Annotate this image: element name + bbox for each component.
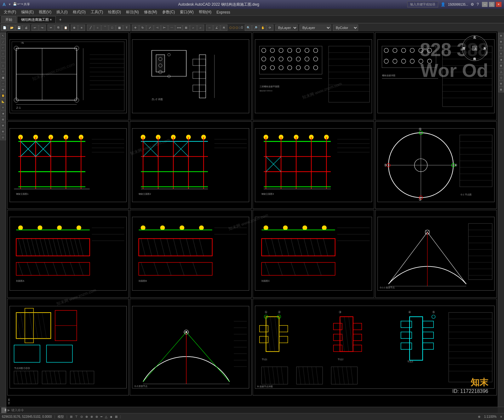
menu-dimension[interactable]: 标注(N) [123, 9, 141, 15]
menu-parametric[interactable]: 参数(C) [160, 9, 178, 15]
tb-dim-angle[interactable]: ∠ [213, 25, 220, 31]
tab-start[interactable]: 开始 [1, 16, 16, 23]
tb-scale[interactable]: ⤢ [146, 25, 153, 31]
tb-copy[interactable]: ⧉ [55, 25, 62, 31]
tb-pan[interactable]: ✋ [259, 25, 266, 31]
tb-polyline[interactable]: ╱ [87, 25, 94, 31]
menu-insert[interactable]: 插入(I) [54, 9, 70, 15]
tb-paste[interactable]: 📋 [62, 25, 69, 31]
drawing-cell-14[interactable]: G-3 拱形节点 [130, 299, 251, 396]
tb-move[interactable]: ✛ [132, 25, 139, 31]
qp-mode[interactable]: ◈ [110, 415, 112, 418]
tool-rect[interactable]: □ [0, 63, 6, 68]
tool-match[interactable]: ⊙ [0, 135, 6, 140]
dynmode[interactable]: ⊛ [95, 415, 98, 418]
tb-circle[interactable]: ○ [94, 25, 101, 31]
quick-save[interactable]: 💾 [13, 2, 17, 7]
tool-layer2[interactable]: ◈ [0, 111, 6, 116]
menu-window[interactable]: 窗口(W) [177, 9, 196, 15]
rtool-9[interactable]: ⊛ [498, 81, 504, 86]
tb-extend[interactable]: ⊢ [161, 25, 168, 31]
bylayer-dropdown-1[interactable]: ByLayer [275, 25, 298, 31]
drawing-cell-9[interactable]: 剖面图A [7, 210, 129, 298]
snap-grid[interactable]: ⊞ [70, 415, 72, 418]
tb-dim-radius[interactable]: R [220, 25, 227, 31]
zoom-gear[interactable]: ⊕ [478, 415, 480, 418]
minimize-button[interactable]: － [482, 2, 488, 7]
tb-array[interactable]: ⊞ [183, 25, 190, 31]
tab-drawing[interactable]: 钢结构连廊施工图 × [17, 16, 56, 23]
tb-chamfer[interactable]: ⌐ [197, 25, 204, 31]
tool-select[interactable]: ↖ [0, 33, 6, 38]
tool-polyline[interactable]: ⌐ [0, 45, 6, 50]
menu-file[interactable]: 文件(F) [1, 9, 19, 15]
rtool-7[interactable]: △ [498, 69, 504, 74]
tool-insert[interactable]: ⊕ [0, 123, 6, 128]
drawing-cell-5[interactable]: 钢架立面图1 [7, 121, 129, 209]
tb-rectangle[interactable]: □ [109, 25, 116, 31]
drawing-cell-6[interactable]: 钢架立面图2 [130, 121, 251, 209]
tb-mirror[interactable]: ⟺ [175, 25, 182, 31]
canvas-area[interactable]: Z-1 ↑N [6, 32, 498, 407]
tb-dim-linear[interactable]: ↔ [206, 25, 213, 31]
maximize-button[interactable]: □ [489, 2, 495, 7]
tb-hatch[interactable]: ▦ [116, 25, 123, 31]
tool-measure[interactable]: 📐 [0, 99, 6, 104]
tb-fillet[interactable]: ⌐ [190, 25, 197, 31]
tool-block[interactable]: ⊞ [0, 117, 6, 122]
tb-offset[interactable]: ⋯ [168, 25, 175, 31]
command-input[interactable] [11, 408, 496, 412]
tb-undo[interactable]: ↩ [32, 25, 38, 31]
tool-zoom[interactable]: ⊕ [0, 87, 6, 92]
quick-redo[interactable]: ↪ [20, 2, 23, 7]
sc-mode[interactable]: ⊠ [115, 415, 117, 418]
drawing-cell-13[interactable]: 节点详图 ①②③ [7, 299, 129, 396]
menu-express[interactable]: Express [214, 9, 232, 15]
drawing-cell-8[interactable]: ① ② ③ ④ G-1 节点图 [375, 121, 497, 209]
tb-cut[interactable]: ✂ [48, 25, 54, 31]
tb-zoom-in[interactable]: 🔍 [245, 25, 252, 31]
drawing-cell-11[interactable]: 剖面图C [253, 210, 374, 298]
tb-print[interactable]: 🖨 [23, 25, 30, 31]
quick-undo[interactable]: ↩ [17, 2, 20, 7]
rtool-10[interactable]: ⊠ [498, 87, 504, 92]
drawing-cell-2[interactable]: ZL-2 详图 [130, 32, 251, 120]
menu-format[interactable]: 格式(O) [70, 9, 88, 15]
osnap[interactable]: ⊕ [85, 415, 88, 418]
tool-xref[interactable]: ⊗ [0, 129, 6, 134]
ortho[interactable]: ⊤ [75, 415, 78, 418]
quick-share[interactable]: 共享 [24, 2, 30, 7]
tb-arc[interactable]: ⌒ [101, 25, 108, 31]
tool-properties[interactable]: ≡ [0, 105, 6, 110]
tool-circle[interactable]: ○ [0, 51, 6, 56]
tb-text[interactable]: T [123, 25, 130, 31]
settings-icon[interactable]: ⚙ [471, 2, 474, 7]
lwt[interactable]: ━ [100, 415, 102, 418]
status-tools[interactable]: ≡ [500, 415, 502, 418]
tb-zoom-out[interactable]: 🔎 [252, 25, 259, 31]
tool-text2[interactable]: T [0, 69, 6, 74]
rtool-6[interactable]: ⊞ [498, 63, 504, 68]
tb-new[interactable]: 📄 [1, 25, 8, 31]
rtool-2[interactable]: ⊗ [498, 39, 504, 44]
menu-help[interactable]: 帮助(H) [196, 9, 214, 15]
rtool-4[interactable]: ≡ [498, 51, 504, 56]
tb-layer[interactable]: ≡ [78, 25, 85, 31]
tb-open[interactable]: 📂 [8, 25, 15, 31]
drawing-cell-12[interactable]: G-1-1 弧形节点 [375, 210, 497, 298]
menu-view[interactable]: 视图(V) [36, 9, 54, 15]
tb-trim[interactable]: ⊣ [154, 25, 161, 31]
tool-hatch2[interactable]: ▦ [0, 75, 6, 80]
tb-snap[interactable]: ⊕ [71, 25, 78, 31]
tool-dim[interactable]: ↔ [0, 81, 6, 86]
menu-tools[interactable]: 工具(T) [88, 9, 106, 15]
drawing-cell-3[interactable]: 三排螺栓连接平面图 螺栓间距=200mm [253, 32, 374, 120]
tb-redo[interactable]: ↪ [39, 25, 46, 31]
menu-edit[interactable]: 编辑(E) [19, 9, 36, 15]
close-button[interactable]: ✕ [496, 2, 501, 7]
menu-draw[interactable]: 绘图(D) [106, 9, 123, 15]
help-icon[interactable]: ? [477, 2, 479, 7]
tool-arc2[interactable]: ⌒ [0, 57, 6, 62]
drawing-cell-1[interactable]: Z-1 ↑N [7, 32, 129, 120]
tool-pan2[interactable]: ✋ [0, 93, 6, 98]
